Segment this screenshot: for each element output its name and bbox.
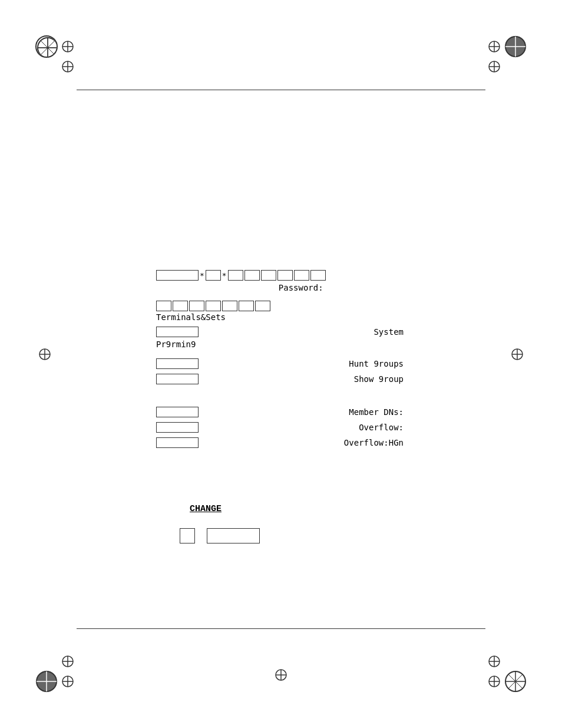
terminals-input-3[interactable] (189, 301, 204, 311)
terminals-label: Terminals&Sets (156, 312, 226, 322)
nav-input-2[interactable] (207, 528, 260, 543)
terminals-input-5[interactable] (222, 301, 237, 311)
password-input-5[interactable] (261, 270, 276, 281)
hunt-groups-label: Hunt 9roups (349, 359, 404, 368)
nav-input-1[interactable] (180, 528, 195, 543)
crosshair-icon-2 (61, 60, 74, 73)
system-input[interactable] (156, 327, 199, 337)
terminals-input-6[interactable] (239, 301, 254, 311)
show-group-input[interactable] (156, 374, 199, 384)
password-input-6[interactable] (277, 270, 293, 281)
registration-mark-filled (504, 35, 527, 58)
corner-top-right (488, 35, 527, 73)
crosshair-icon-7 (488, 655, 501, 668)
crosshair-middle-left (38, 348, 51, 363)
member-dns-input[interactable] (156, 407, 199, 417)
password-input-7[interactable] (294, 270, 309, 281)
password-input-2[interactable] (206, 270, 221, 281)
crosshair-icon-4 (488, 60, 501, 73)
terminals-input-7[interactable] (255, 301, 270, 311)
terminals-section: Terminals&Sets (156, 301, 270, 322)
terminals-input-2[interactable] (173, 301, 188, 311)
corner-top-left (35, 35, 74, 73)
crosshair-middle-right (511, 348, 524, 363)
crosshair-icon-5 (61, 655, 74, 668)
registration-mark-circle (35, 35, 58, 58)
corner-bottom-right (488, 655, 527, 693)
corner-bottom-left (35, 655, 74, 693)
asterisk-2: * (222, 271, 227, 280)
crosshair-bottom-center (275, 668, 287, 684)
asterisk-1: * (200, 271, 204, 280)
top-rule (77, 90, 485, 90)
overflow-hgn-input[interactable] (156, 437, 199, 448)
change-section: CHANGE (190, 498, 222, 514)
password-input-8[interactable] (310, 270, 326, 281)
overflow-label: Overflow: (359, 423, 404, 432)
terminals-input-1[interactable] (156, 301, 171, 311)
terminals-input-4[interactable] (206, 301, 221, 311)
bottom-rule (77, 628, 485, 629)
crosshair-icon-1 (61, 40, 74, 53)
overflow-hgn-label: Overflow:HGn (344, 438, 404, 447)
hunt-groups-section: Hunt 9roups Show 9roup (156, 358, 404, 384)
crosshair-icon-3 (488, 40, 501, 53)
nav-section (180, 528, 260, 543)
password-input-4[interactable] (244, 270, 260, 281)
password-section: * * Password: (156, 270, 326, 297)
crosshair-icon-6 (61, 675, 74, 688)
password-input-3[interactable] (228, 270, 243, 281)
hunt-groups-input[interactable] (156, 358, 199, 369)
change-button[interactable]: CHANGE (190, 504, 222, 514)
registration-mark-bottom-left (35, 670, 58, 693)
member-dns-section: Member DNs: Overflow: Overflow:HGn (156, 407, 404, 448)
member-dns-label: Member DNs: (349, 407, 404, 417)
system-label: System (373, 327, 404, 337)
show-group-label: Show 9roup (354, 374, 404, 384)
password-label: Password: (279, 283, 323, 292)
crosshair-icon-8 (488, 675, 501, 688)
page: * * Password: Terminals&Sets (0, 0, 562, 728)
overflow-input[interactable] (156, 422, 199, 433)
registration-mark-bottom-right (504, 670, 527, 693)
prgrming-label: Pr9rmin9 (156, 340, 196, 349)
system-section: System Pr9rmin9 (156, 327, 404, 354)
password-input-1[interactable] (156, 270, 199, 281)
